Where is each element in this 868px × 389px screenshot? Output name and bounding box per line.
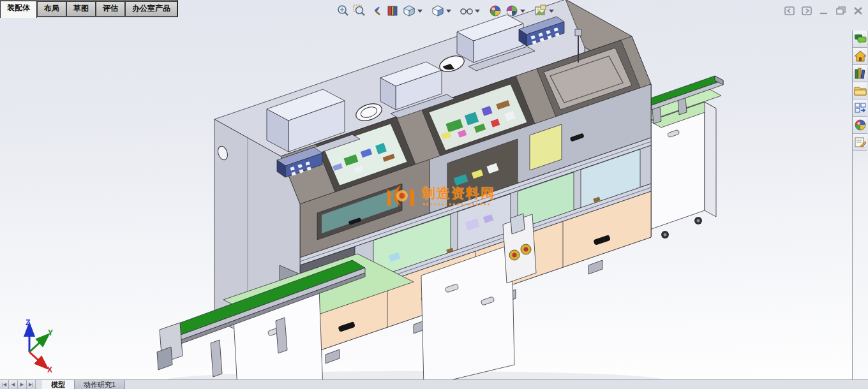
tab-scroll-first-button[interactable]: |◀ (0, 380, 9, 389)
triad-z-label: Z (26, 318, 30, 327)
triad-y-label: Y (48, 328, 53, 337)
motion-study-tab[interactable]: 动作研究1 (75, 380, 125, 389)
tab-scroll-next-button[interactable]: ▶ (18, 380, 27, 389)
display-style-dropdown-caret[interactable] (446, 10, 451, 13)
command-manager-tabs: 装配体 布局 草图 评估 办公室产品 (0, 0, 178, 17)
model-tab[interactable]: 模型 (42, 380, 75, 389)
tab-evaluate[interactable]: 评估 (96, 1, 125, 16)
viewport-background: Z Y X 制造资料网 装配体 布局 草图 评估 办公室产品 (0, 0, 868, 389)
close-button[interactable] (853, 5, 864, 17)
tab-scroll-last-button[interactable]: ▶| (27, 380, 36, 389)
solidworks-forum-icon[interactable] (853, 31, 867, 48)
heads-up-view-toolbar (334, 3, 556, 19)
window-controls (784, 5, 864, 17)
zoom-to-fit-icon[interactable] (335, 3, 350, 18)
hide-show-items-icon[interactable] (459, 3, 474, 18)
view-settings-dropdown-caret[interactable] (549, 10, 554, 13)
tab-layout[interactable]: 布局 (37, 1, 66, 16)
section-view-icon[interactable] (385, 3, 400, 18)
right-outfeed-cabinet (650, 102, 716, 239)
cad-model[interactable] (157, 0, 723, 389)
tab-scroll-prev-button[interactable]: ◀ (9, 380, 18, 389)
tab-office-products[interactable]: 办公室产品 (125, 1, 177, 16)
design-library-icon[interactable] (853, 65, 867, 82)
edit-appearance-icon[interactable] (488, 3, 503, 18)
front-knob-device (503, 214, 536, 283)
status-bar: |◀ ◀ ▶ ▶| 模型 动作研究1 (0, 379, 868, 389)
tab-assembly[interactable]: 装配体 (0, 1, 37, 18)
display-style-icon[interactable] (430, 3, 445, 18)
tab-sketch[interactable]: 草图 (66, 1, 96, 16)
view-palette-icon[interactable] (853, 99, 867, 117)
triad-x-label: X (47, 365, 52, 374)
view-orientation-icon[interactable] (401, 3, 417, 18)
file-explorer-icon[interactable] (853, 82, 867, 99)
apply-scene-dropdown-caret[interactable] (520, 10, 525, 13)
collapse-left-pane-button[interactable] (784, 5, 795, 17)
restore-button[interactable] (835, 5, 847, 17)
hide-show-dropdown-caret[interactable] (475, 10, 480, 13)
custom-properties-icon[interactable] (853, 134, 867, 151)
solidworks-resources-icon[interactable] (853, 48, 867, 65)
minimize-button[interactable] (818, 5, 830, 17)
graphics-area[interactable]: Z Y X (0, 0, 868, 389)
appearances-scenes-icon[interactable] (853, 117, 867, 134)
view-orientation-dropdown-caret[interactable] (417, 10, 423, 13)
collapse-right-pane-button[interactable] (801, 5, 812, 17)
apply-scene-icon[interactable] (504, 3, 520, 18)
task-pane-strip (852, 31, 868, 389)
reference-triad: Z Y X (26, 318, 53, 374)
previous-view-icon[interactable] (368, 3, 384, 18)
view-settings-icon[interactable] (533, 3, 548, 18)
zoom-to-area-icon[interactable] (352, 3, 367, 18)
